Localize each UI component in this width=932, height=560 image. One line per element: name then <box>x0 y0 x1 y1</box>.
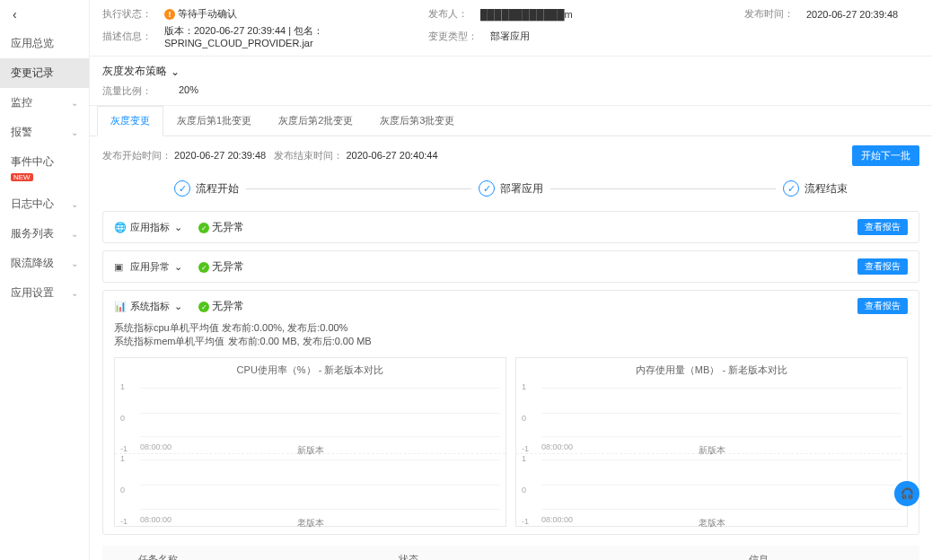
strategy-panel: 灰度发布策略⌄ 流量比例： 20% <box>90 57 932 106</box>
status-text: 无异常 <box>212 221 244 233</box>
sidebar-item-label: 监控 <box>11 95 32 110</box>
sidebar: ‹ 应用总览 变更记录 监控⌄ 报警⌄ 事件中心 NEW 日志中心⌄ 服务列表⌄… <box>0 0 90 560</box>
chevron-down-icon: ⌄ <box>174 301 182 312</box>
chevron-down-icon: ⌄ <box>71 98 78 108</box>
success-icon: ✓ <box>198 302 209 312</box>
globe-icon: 🌐 <box>114 222 126 233</box>
task-table: 任务名称 状态 信息 − 部署应用 ✓ 执行成功 Pod信息 Pod名称 状态 … <box>102 546 919 560</box>
app-exception-toggle[interactable]: ▣应用异常⌄ <box>114 260 182 274</box>
sidebar-item-label: 服务列表 <box>11 226 54 241</box>
sidebar-item-label: 限流降级 <box>11 256 54 271</box>
view-report-button[interactable]: 查看报告 <box>857 219 908 235</box>
flow-step-label: 部署应用 <box>500 181 543 197</box>
panel-title: 应用指标 <box>130 221 170 234</box>
batch-tabs: 灰度变更 灰度后第1批变更 灰度后第2批变更 灰度后第3批变更 <box>90 106 932 136</box>
tab-batch3[interactable]: 灰度后第3批变更 <box>366 106 468 136</box>
main-content: 执行状态： ! 等待手动确认 发布人： ████████████m 发布时间： … <box>90 0 932 560</box>
check-icon: ✓ <box>174 180 190 197</box>
desc-value: 版本：2020-06-27 20:39:44 | 包名：SPRING_CLOUD… <box>164 24 416 48</box>
tab-gray[interactable]: 灰度变更 <box>97 106 163 136</box>
sidebar-item-events[interactable]: 事件中心 NEW <box>0 147 89 189</box>
mem-chart: 内存使用量（MB） - 新老版本对比 10-1 08:00:00 新版本 10-… <box>515 357 908 527</box>
sidebar-item-label: 事件中心 <box>11 155 54 168</box>
change-type-label: 变更类型： <box>428 31 478 41</box>
sidebar-item-label: 应用总览 <box>11 36 54 51</box>
sys-cpu-line: 系统指标cpu单机平均值 发布前:0.00%, 发布后:0.00% <box>114 321 908 335</box>
back-button[interactable]: ‹ <box>0 0 89 29</box>
sidebar-item-label: 应用设置 <box>11 285 54 301</box>
start-time-label: 发布开始时间： <box>102 150 171 161</box>
panel-title: 系统指标 <box>130 300 170 313</box>
terminal-icon: ▣ <box>114 261 126 273</box>
exec-status-value: 等待手动确认 <box>178 8 237 19</box>
publisher-value: ████████████m <box>480 9 732 20</box>
app-metric-panel: 🌐应用指标⌄ ✓ 无异常 查看报告 <box>102 211 919 243</box>
help-fab[interactable]: 🎧 <box>894 481 919 506</box>
chart-title: 内存使用量（MB） - 新老版本对比 <box>516 358 907 382</box>
chevron-down-icon: ⌄ <box>71 199 78 209</box>
app-metric-toggle[interactable]: 🌐应用指标⌄ <box>114 221 182 234</box>
publisher-label: 发布人： <box>428 8 468 19</box>
start-time-value: 2020-06-27 20:39:48 <box>174 150 266 161</box>
sidebar-item-overview[interactable]: 应用总览 <box>0 29 89 58</box>
desc-label: 描述信息： <box>102 31 152 41</box>
chart-title: CPU使用率（%） - 新老版本对比 <box>115 358 506 382</box>
check-icon: ✓ <box>479 180 495 197</box>
panel-title: 应用异常 <box>130 260 170 274</box>
chevron-down-icon: ⌄ <box>71 258 78 268</box>
cpu-chart: CPU使用率（%） - 新老版本对比 10-1 08:00:00 新版本 10-… <box>114 357 506 527</box>
version-label: 老版本 <box>297 517 324 529</box>
chart-icon: 📊 <box>114 301 126 312</box>
header-info: 执行状态： ! 等待手动确认 发布人： ████████████m 发布时间： … <box>90 0 932 57</box>
sidebar-item-label: 变更记录 <box>11 66 54 81</box>
change-type-value: 部署应用 <box>490 30 530 43</box>
strategy-title: 灰度发布策略 <box>102 64 167 79</box>
sys-metric-toggle[interactable]: 📊系统指标⌄ <box>114 300 182 313</box>
publish-time-label: 发布时间： <box>744 8 794 19</box>
chevron-down-icon: ⌄ <box>71 127 78 137</box>
sidebar-item-settings[interactable]: 应用设置⌄ <box>0 278 89 308</box>
tab-batch2[interactable]: 灰度后第2批变更 <box>265 106 366 136</box>
sidebar-item-label: 日志中心 <box>11 197 54 212</box>
view-report-button[interactable]: 查看报告 <box>857 258 908 275</box>
status-text: 无异常 <box>212 260 244 273</box>
success-icon: ✓ <box>198 262 209 273</box>
app-exception-panel: ▣应用异常⌄ ✓ 无异常 查看报告 <box>102 250 919 283</box>
sidebar-item-services[interactable]: 服务列表⌄ <box>0 219 89 249</box>
sidebar-item-changelog[interactable]: 变更记录 <box>0 58 89 88</box>
publish-time-value: 2020-06-27 20:39:48 <box>806 9 898 20</box>
end-time-label: 发布结束时间： <box>274 150 343 161</box>
status-text: 无异常 <box>212 300 244 312</box>
sys-mem-line: 系统指标mem单机平均值 发布前:0.00 MB, 发布后:0.00 MB <box>114 335 908 348</box>
flow-steps: ✓流程开始 ✓部署应用 ✓流程结束 <box>102 177 919 200</box>
sys-metric-panel: 📊系统指标⌄ ✓ 无异常 查看报告 系统指标cpu单机平均值 发布前:0.00%… <box>102 290 919 535</box>
tab-batch1[interactable]: 灰度后第1批变更 <box>163 106 265 136</box>
view-report-button[interactable]: 查看报告 <box>857 298 908 314</box>
chevron-down-icon: ⌄ <box>71 288 78 298</box>
exec-status-label: 执行状态： <box>102 8 152 19</box>
chevron-down-icon: ⌄ <box>171 66 180 78</box>
flow-step-label: 流程结束 <box>805 181 848 197</box>
sidebar-item-alarm[interactable]: 报警⌄ <box>0 118 89 147</box>
new-badge: NEW <box>11 173 33 181</box>
start-next-batch-button[interactable]: 开始下一批 <box>852 145 919 166</box>
ratio-value: 20% <box>179 84 198 98</box>
end-time-value: 2020-06-27 20:40:44 <box>346 150 437 161</box>
chevron-down-icon: ⌄ <box>71 229 78 239</box>
sidebar-item-monitor[interactable]: 监控⌄ <box>0 88 89 118</box>
chevron-down-icon: ⌄ <box>174 261 182 273</box>
sidebar-item-label: 报警 <box>11 125 32 140</box>
sidebar-item-logs[interactable]: 日志中心⌄ <box>0 189 89 219</box>
success-icon: ✓ <box>198 223 209 233</box>
check-icon: ✓ <box>783 180 799 197</box>
warning-icon: ! <box>164 9 175 20</box>
th-status: 状态 <box>390 546 740 560</box>
ratio-label: 流量比例： <box>102 84 152 98</box>
strategy-toggle[interactable]: 灰度发布策略⌄ <box>102 64 919 79</box>
version-label: 老版本 <box>699 517 725 529</box>
flow-step-label: 流程开始 <box>196 181 239 197</box>
th-info: 信息 <box>740 546 919 560</box>
sidebar-item-throttle[interactable]: 限流降级⌄ <box>0 249 89 278</box>
chevron-down-icon: ⌄ <box>174 222 182 233</box>
th-task: 任务名称 <box>129 546 390 560</box>
